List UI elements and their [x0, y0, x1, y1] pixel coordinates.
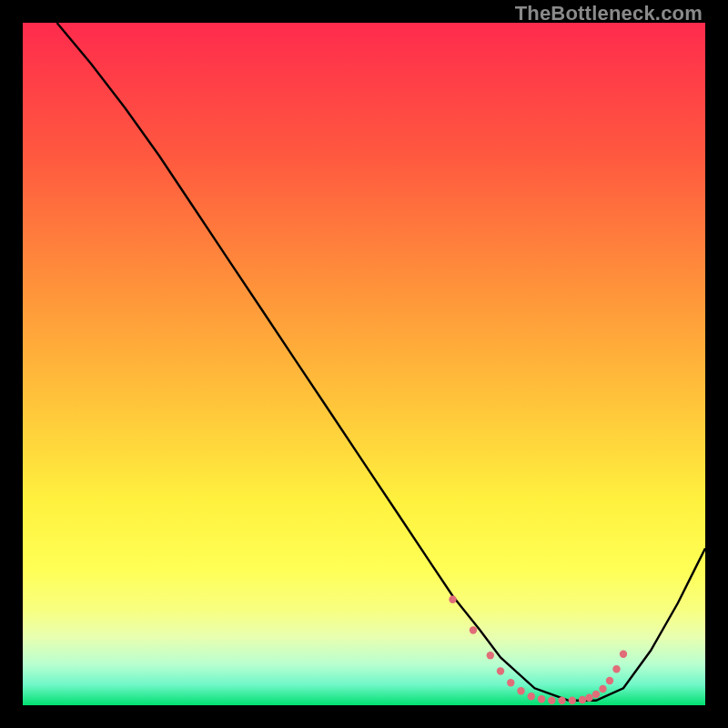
flat-zone-dot	[599, 685, 606, 693]
chart-frame	[23, 23, 705, 705]
gradient-background	[23, 23, 705, 705]
flat-zone-dot	[612, 665, 620, 672]
flat-zone-dot	[558, 697, 565, 704]
flat-zone-dot	[606, 677, 613, 684]
flat-zone-dot	[569, 697, 576, 704]
flat-zone-dot	[548, 697, 555, 704]
flat-zone-dot	[497, 667, 504, 674]
flat-zone-dot	[579, 696, 586, 703]
watermark-text: TheBottleneck.com	[515, 2, 703, 25]
flat-zone-dot	[538, 695, 545, 703]
flat-zone-dot	[592, 691, 600, 698]
flat-zone-dot	[517, 687, 524, 694]
flat-zone-dot	[528, 693, 535, 700]
flat-zone-dot	[487, 652, 494, 659]
flat-zone-dot	[449, 596, 456, 603]
bottleneck-chart	[23, 23, 705, 705]
flat-zone-dot	[585, 694, 592, 702]
flat-zone-dot	[470, 626, 477, 633]
flat-zone-dot	[620, 651, 627, 658]
flat-zone-dot	[507, 679, 514, 686]
